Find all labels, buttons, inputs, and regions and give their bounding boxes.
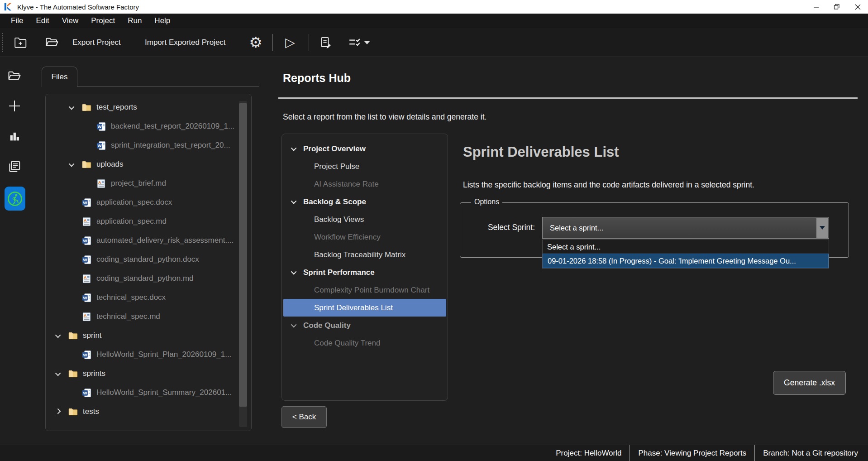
sprint-combobox[interactable]: Select a sprint... <box>542 217 829 239</box>
toolbar-separator <box>272 34 273 51</box>
tree-item-folder[interactable]: sprint <box>46 326 237 345</box>
tree-item-file[interactable]: sprint_integration_test_report_20... <box>46 136 237 155</box>
tree-item-file[interactable]: automated_delivery_risk_assessment.... <box>46 231 237 250</box>
report-category-backlog-scope[interactable]: Backlog & Scope <box>283 193 446 211</box>
generate-xlsx-button[interactable]: Generate .xlsx <box>773 371 846 395</box>
runner-icon <box>6 190 24 208</box>
chevron-down-icon[interactable] <box>54 334 63 338</box>
tree-item-file[interactable]: HelloWorld_Sprint_Summary_202601... <box>46 383 237 402</box>
tree-item-file[interactable]: HelloWorld_Sprint_Plan_20260109_1... <box>46 345 237 364</box>
word-file-icon <box>96 141 106 150</box>
report-item-project-pulse[interactable]: Project Pulse <box>283 158 446 175</box>
sidebar-item-automation-active[interactable] <box>5 187 25 211</box>
sidebar-item-new[interactable] <box>8 99 21 115</box>
tree-item-file[interactable]: coding_standard_python.docx <box>46 250 237 269</box>
open-project-button[interactable] <box>44 35 60 50</box>
tree-item-partial[interactable] <box>46 421 237 431</box>
chevron-down-icon[interactable] <box>67 106 76 110</box>
sidebar-item-reports[interactable] <box>8 160 21 175</box>
report-category-project-overview[interactable]: Project Overview <box>283 140 446 158</box>
tree-item-file[interactable]: coding_standard_python.md <box>46 269 237 288</box>
folder-icon <box>68 331 78 340</box>
chevron-down-icon[interactable] <box>67 163 76 167</box>
markdown-file-icon <box>82 274 91 283</box>
sprint-dropdown-list: Select a sprint... 09-01-2026 18:58 (In … <box>542 240 829 269</box>
tree-item-file[interactable]: application_spec.docx <box>46 193 237 212</box>
menu-view[interactable]: View <box>56 16 85 25</box>
chevron-down-icon[interactable] <box>290 270 299 274</box>
tree-item-file[interactable]: project_brief.md <box>46 174 237 193</box>
close-button[interactable] <box>847 0 868 14</box>
chevron-down-icon[interactable] <box>54 372 63 376</box>
report-category-code-quality[interactable]: Code Quality <box>283 317 446 334</box>
chevron-right-icon[interactable] <box>54 410 63 414</box>
word-file-icon <box>82 388 91 398</box>
select-sprint-label: Select Sprint: <box>460 223 535 232</box>
activity-bar <box>0 58 29 445</box>
report-item-code-quality-trend[interactable]: Code Quality Trend <box>283 334 446 352</box>
tab-files[interactable]: Files <box>42 67 77 87</box>
dropdown-option-sprint[interactable]: 09-01-2026 18:58 (In Progress) - Goal: '… <box>543 254 829 268</box>
report-item-backlog-traceability-matrix[interactable]: Backlog Traceability Matrix <box>283 246 446 264</box>
report-detail-title: Sprint Deliverables List <box>463 144 619 160</box>
tree-item-file[interactable]: application_spec.md <box>46 212 237 231</box>
restore-icon <box>834 4 840 10</box>
menu-project[interactable]: Project <box>85 16 121 25</box>
tree-item-folder[interactable]: uploads <box>46 155 237 174</box>
report-list-panel: Project Overview Project Pulse AI Assist… <box>281 134 448 401</box>
tree-item-folder[interactable]: sprints <box>46 364 237 383</box>
task-list-dropdown-button[interactable] <box>348 35 371 50</box>
scrollbar-thumb[interactable] <box>239 103 247 407</box>
tree-item-file[interactable]: technical_spec.md <box>46 307 237 326</box>
dropdown-arrow-icon <box>364 41 370 44</box>
file-tree-scrollbar[interactable] <box>239 101 247 427</box>
menu-help[interactable]: Help <box>148 16 176 25</box>
minimize-icon <box>813 4 819 10</box>
open-folder-icon <box>45 37 59 48</box>
menu-run[interactable]: Run <box>121 16 148 25</box>
word-file-icon <box>96 122 106 131</box>
word-file-icon <box>82 293 91 303</box>
tree-item-folder[interactable]: test_reports <box>46 98 237 117</box>
toolbar-separator <box>309 34 309 51</box>
file-tree-panel: test_reports backend_test_report_2026010… <box>45 94 252 431</box>
report-item-complexity-point-burndown[interactable]: Complexity Point Burndown Chart <box>283 281 446 299</box>
chevron-down-icon[interactable] <box>290 147 299 151</box>
export-project-button[interactable]: Export Project <box>72 38 121 47</box>
open-folder-icon <box>8 70 21 82</box>
edit-document-button[interactable] <box>318 35 334 50</box>
new-project-button[interactable] <box>13 35 28 50</box>
import-project-button[interactable]: Import Exported Project <box>145 38 226 47</box>
sidebar-item-charts[interactable] <box>8 130 21 144</box>
minimize-button[interactable] <box>806 0 826 14</box>
menu-edit[interactable]: Edit <box>29 16 55 25</box>
tree-item-folder[interactable]: tests <box>46 402 237 421</box>
document-edit-icon <box>320 36 332 48</box>
report-item-backlog-views[interactable]: Backlog Views <box>283 211 446 228</box>
report-item-workflow-efficiency[interactable]: Workflow Efficiency <box>283 228 446 246</box>
chevron-down-icon[interactable] <box>290 323 299 327</box>
sidebar-item-files[interactable] <box>8 70 21 83</box>
options-group-label: Options <box>471 198 502 206</box>
chevron-down-icon[interactable] <box>290 200 299 204</box>
page-subtitle: Select a report from the list to view de… <box>283 112 486 122</box>
report-item-ai-assistance-rate[interactable]: AI Assistance Rate <box>283 175 446 193</box>
dropdown-option-placeholder[interactable]: Select a sprint... <box>543 240 829 254</box>
combobox-arrow-button[interactable] <box>816 218 828 238</box>
toolbar-grip[interactable] <box>2 33 3 52</box>
tree-item-file[interactable]: technical_spec.docx <box>46 288 237 307</box>
app-window: Klyve - The Automated Software Factory F… <box>0 0 868 461</box>
back-button[interactable]: < Back <box>281 406 327 428</box>
status-project: Project: HelloWorld <box>548 445 630 461</box>
bar-chart-icon <box>8 130 21 143</box>
report-category-sprint-performance[interactable]: Sprint Performance <box>283 264 446 281</box>
file-icon <box>105 431 114 431</box>
settings-button[interactable]: ⚙ <box>248 35 263 50</box>
page-title: Reports Hub <box>283 72 351 85</box>
menu-file[interactable]: File <box>5 16 29 25</box>
report-item-sprint-deliverables-list[interactable]: Sprint Deliverables List <box>283 299 446 317</box>
tree-item-file[interactable]: backend_test_report_20260109_1... <box>46 117 237 136</box>
restore-button[interactable] <box>826 0 847 14</box>
run-button[interactable]: ▷ <box>282 35 298 50</box>
toolbar: Export Project Import Exported Project ⚙… <box>0 28 868 57</box>
